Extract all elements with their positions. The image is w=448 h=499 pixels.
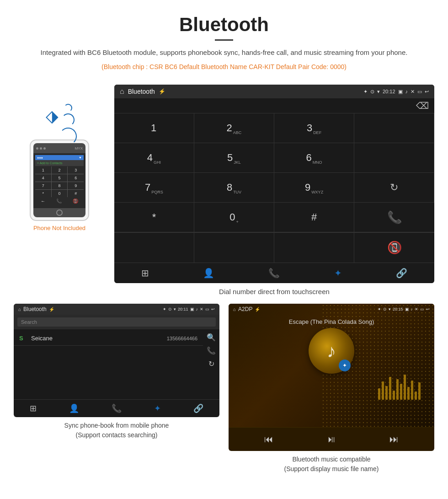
pb-vol-icon[interactable]: ♪	[196, 307, 198, 311]
pb-main: S Seicane 13566664466	[14, 329, 203, 372]
music-background: ⌂ A2DP ⚡ ✦ ⊙ ▾ 20:15 ▣ ♪ ✕ ▭ ↩	[229, 304, 434, 427]
music-close-icon[interactable]: ✕	[415, 307, 418, 311]
pb-bt-icon: ✦	[163, 307, 166, 311]
phone-key-7[interactable]: 7	[35, 182, 51, 189]
location-icon: ⊙	[370, 89, 374, 95]
phone-key-6[interactable]: 6	[68, 174, 84, 182]
phonebook-screen: ⌂ Bluetooth ⚡ ✦ ⊙ ▾ 20:11 ▣ ♪ ✕ ▭ ↩	[14, 304, 219, 417]
end-call-button[interactable]: 📵	[354, 233, 434, 263]
phone-end-icon[interactable]: 📵	[73, 199, 78, 204]
phone-call-icon[interactable]: 📞	[56, 199, 62, 204]
pb-home-icon[interactable]: ⌂	[18, 307, 21, 312]
eq-bar-4	[389, 377, 391, 400]
dial-screen-container: ⌂ Bluetooth ⚡ ✦ ⊙ ▾ 20:12 ▣ ♪ ✕ ▭ ↩	[114, 85, 434, 299]
play-pause-button[interactable]: ⏯	[327, 434, 336, 445]
key-hash[interactable]: #	[274, 203, 354, 232]
pb-cam-icon[interactable]: ▣	[190, 307, 194, 311]
prev-track-button[interactable]: ⏮	[264, 434, 273, 445]
phone-illustration: ⬗ MYX ●●●▼ + Add to Co	[14, 85, 105, 231]
pb-contact-row[interactable]: S Seicane 13566664466	[14, 331, 203, 346]
pb-call-icon[interactable]: 📞	[207, 346, 216, 355]
dial-bt-icon[interactable]: ✦	[334, 268, 342, 279]
pb-search-icon[interactable]: 🔍	[207, 333, 216, 342]
volume-icon[interactable]: ♪	[405, 89, 408, 94]
pb-bt-bottom-icon[interactable]: ✦	[154, 403, 161, 413]
music-vol-icon[interactable]: ♪	[411, 307, 413, 311]
phone-home-bar	[33, 208, 85, 217]
music-note-icon: ♪	[327, 341, 336, 361]
phone-key-8[interactable]: 8	[52, 182, 68, 189]
dial-screen: ⌂ Bluetooth ⚡ ✦ ⊙ ▾ 20:12 ▣ ♪ ✕ ▭ ↩	[114, 85, 434, 283]
dial-status-right: ✦ ⊙ ▾ 20:12 ▣ ♪ ✕ ▭ ↩	[363, 89, 429, 95]
phone-key-9[interactable]: 9	[68, 182, 84, 189]
phone-key-2[interactable]: 2	[52, 166, 68, 174]
bluetooth-chip-info: (Bluetooth chip : CSR BC6 Default Blueto…	[27, 62, 421, 72]
next-track-button[interactable]: ⏭	[389, 434, 399, 445]
music-status-bar: ⌂ A2DP ⚡ ✦ ⊙ ▾ 20:15 ▣ ♪ ✕ ▭ ↩	[229, 304, 434, 315]
pb-phone-icon[interactable]: 📞	[112, 403, 122, 413]
main-section: ⬗ MYX ●●●▼ + Add to Co	[0, 80, 448, 304]
eq-bar-8	[404, 375, 406, 400]
phone-key-hash[interactable]: #	[68, 190, 84, 197]
eq-bar-2	[382, 381, 384, 400]
music-home-icon[interactable]: ⌂	[233, 307, 236, 312]
music-back-icon[interactable]: ↩	[426, 307, 430, 311]
signal-icon: ▾	[377, 89, 380, 95]
pb-refresh-icon[interactable]: ↻	[208, 359, 214, 368]
dial-status-left: ⌂ Bluetooth ⚡	[120, 87, 165, 96]
key-5[interactable]: 5JKL	[194, 143, 274, 173]
key-1[interactable]: 1	[114, 113, 194, 143]
music-screen-icon[interactable]: ▭	[420, 307, 424, 311]
pb-back-icon[interactable]: ↩	[211, 307, 215, 311]
key-star[interactable]: *	[114, 203, 194, 232]
home-button[interactable]	[56, 209, 63, 216]
backspace-button[interactable]: ⌫	[416, 100, 429, 111]
pb-close-icon[interactable]: ✕	[200, 307, 203, 311]
key-empty-2	[354, 143, 434, 173]
close-icon[interactable]: ✕	[411, 89, 415, 95]
key-0[interactable]: 0+	[194, 203, 274, 232]
pb-person-icon[interactable]: 👤	[69, 403, 79, 413]
bottom-section: ⌂ Bluetooth ⚡ ✦ ⊙ ▾ 20:11 ▣ ♪ ✕ ▭ ↩	[0, 304, 448, 483]
dial-link-icon[interactable]: 🔗	[396, 268, 407, 279]
music-item: ⌂ A2DP ⚡ ✦ ⊙ ▾ 20:15 ▣ ♪ ✕ ▭ ↩	[229, 304, 434, 474]
key-refresh[interactable]: ↻	[354, 173, 434, 203]
phone-key-3[interactable]: 3	[68, 166, 84, 174]
phone-key-5[interactable]: 5	[52, 174, 68, 182]
key-6[interactable]: 6MNO	[274, 143, 354, 173]
phone-key-4[interactable]: 4	[35, 174, 51, 182]
pb-usb-icon: ⚡	[49, 307, 54, 312]
dial-grid-icon[interactable]: ⊞	[141, 268, 149, 279]
phone-key-0[interactable]: 0	[52, 190, 68, 197]
pb-search-box[interactable]: Search	[17, 317, 216, 327]
pb-grid-icon[interactable]: ⊞	[30, 403, 37, 413]
back-icon[interactable]: ↩	[425, 89, 429, 95]
dial-phone-icon[interactable]: 📞	[268, 268, 280, 279]
key-2[interactable]: 2ABC	[194, 113, 274, 143]
eq-bar-6	[396, 379, 399, 400]
camera-icon[interactable]: ▣	[398, 89, 403, 95]
music-caption: Bluetooth music compatible (Support disp…	[284, 455, 379, 474]
empty-end-2	[194, 233, 274, 263]
home-icon[interactable]: ⌂	[120, 87, 124, 96]
phone-key-star[interactable]: *	[35, 190, 51, 197]
phone-dots	[36, 147, 46, 150]
key-4[interactable]: 4GHI	[114, 143, 194, 173]
phone-back-icon: ←	[41, 199, 45, 204]
screen-icon[interactable]: ▭	[417, 89, 422, 95]
pb-search-row: Search	[14, 315, 219, 329]
call-button[interactable]: 📞	[354, 203, 434, 232]
pb-bottom-bar: ⊞ 👤 📞 ✦ 🔗	[14, 399, 219, 417]
phone-key-1[interactable]: 1	[35, 166, 51, 174]
page-header: Bluetooth Integrated with BC6 Bluetooth …	[0, 0, 448, 80]
page-title: Bluetooth	[27, 14, 421, 36]
key-3[interactable]: 3DEF	[274, 113, 354, 143]
pb-link-icon[interactable]: 🔗	[193, 403, 203, 413]
pb-screen-icon[interactable]: ▭	[205, 307, 209, 311]
key-9[interactable]: 9WXYZ	[274, 173, 354, 203]
key-7[interactable]: 7PQRS	[114, 173, 194, 203]
phonebook-item: ⌂ Bluetooth ⚡ ✦ ⊙ ▾ 20:11 ▣ ♪ ✕ ▭ ↩	[14, 304, 219, 474]
key-8[interactable]: 8TUV	[194, 173, 274, 203]
music-cam-icon[interactable]: ▣	[405, 307, 409, 311]
dial-person-icon[interactable]: 👤	[203, 268, 214, 279]
